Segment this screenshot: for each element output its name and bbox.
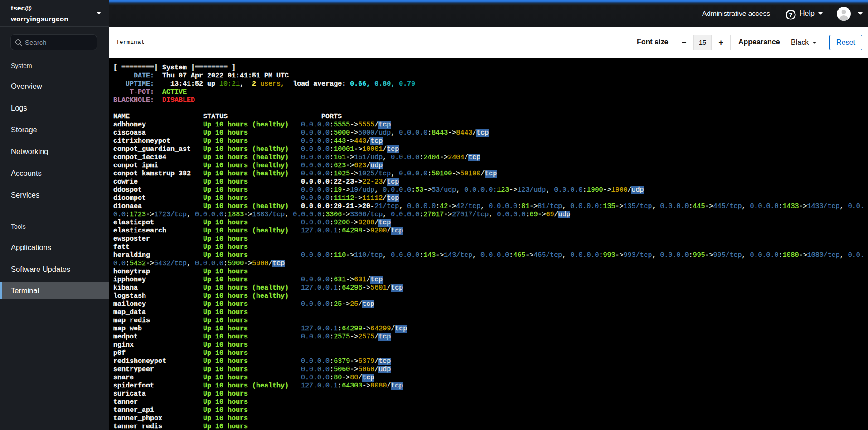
- svg-text:?: ?: [789, 11, 793, 19]
